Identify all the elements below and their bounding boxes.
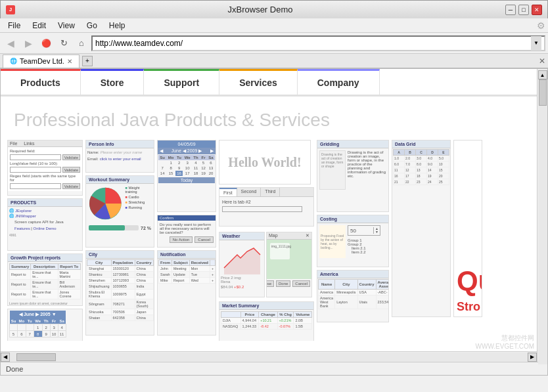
lc-w3-6[interactable]: 19 (200, 171, 207, 176)
online-demo-link[interactable]: Online Demo (34, 227, 57, 230)
map-cancel-button[interactable]: Cancel (292, 280, 310, 287)
next-month-btn[interactable]: ▶ (210, 148, 214, 154)
refresh-button[interactable]: ↻ (56, 35, 72, 51)
notif-2-btn[interactable]: + (210, 272, 216, 278)
tab-close-button[interactable]: ✕ (67, 58, 72, 65)
today-button[interactable]: Today (158, 177, 215, 183)
notif-3-date: Wed (189, 278, 210, 284)
regex-field[interactable] (10, 183, 61, 189)
notif-3-btn[interactable]: + (210, 278, 216, 284)
h-scrollbar-thumb[interactable] (16, 353, 56, 361)
file-menu-body: Required field: Validate LongValue field… (8, 147, 82, 191)
minimize-button[interactable]: ─ (505, 5, 516, 15)
menu-go[interactable]: Go (81, 20, 103, 32)
validate-btn-1[interactable]: Validate (62, 154, 80, 160)
cal-d4[interactable]: 1 (34, 324, 42, 331)
close-browser-tab-x[interactable]: ✕ (539, 56, 545, 66)
home-button[interactable]: ⌂ (74, 35, 89, 51)
scroll-left-button[interactable]: ◀ (1, 353, 10, 362)
cal-d9[interactable]: 6 (18, 331, 26, 338)
lc-w2-7[interactable]: 13 (207, 165, 215, 171)
map-done-button[interactable]: Done (276, 280, 290, 287)
dropdown-field-1[interactable] (10, 154, 61, 160)
menu-help[interactable]: Help (104, 20, 131, 32)
hero-text: Professional Java Products & Services (1, 97, 537, 137)
longvalue-field[interactable] (10, 167, 61, 173)
workout-progress: 72 % (86, 224, 154, 232)
lc-w3-7[interactable]: 20 (207, 171, 215, 176)
nav-store[interactable]: Store (81, 69, 145, 95)
menu-edit[interactable]: Edit (27, 20, 51, 32)
cal-d11[interactable]: 8 (34, 331, 42, 338)
lc-w1-1[interactable] (158, 160, 166, 165)
cal-d10[interactable]: 7 (26, 331, 34, 338)
lc-w1-6[interactable]: 5 (200, 160, 207, 165)
costing-controls: 50 ▲ ▼ Group 1 Group 2 Item (348, 225, 386, 258)
nav-products[interactable]: Products (1, 69, 81, 95)
lc-w2-6[interactable]: 12 (200, 165, 207, 171)
close-button[interactable]: ✕ (532, 5, 542, 15)
cal-d7[interactable]: 4 (58, 324, 66, 331)
spinner-down[interactable]: ▼ (374, 230, 380, 234)
cal-d13[interactable]: 10 (50, 331, 58, 338)
lc-w3-2[interactable]: 15 (166, 171, 175, 176)
city-2-pop: 12730981 (111, 272, 135, 278)
lc-w2-4[interactable]: 10 (183, 165, 192, 171)
quantity-spinner[interactable]: 50 ▲ ▼ (348, 225, 380, 236)
cal-d3[interactable] (26, 324, 34, 331)
cal-d5[interactable]: 2 (42, 324, 50, 331)
lc-w2-1[interactable]: 7 (158, 165, 166, 171)
refresh-icon: ↻ (60, 38, 68, 48)
lc-w1-5[interactable]: 4 (192, 160, 200, 165)
lc-w3-4[interactable]: 17 (183, 171, 192, 176)
features-link[interactable]: Features (14, 227, 30, 230)
cal-d6[interactable]: 3 (50, 324, 58, 331)
cal-d2[interactable] (18, 324, 26, 331)
validate-btn-2[interactable]: Validate (62, 167, 80, 173)
tab-third[interactable]: Third (261, 188, 280, 196)
address-input[interactable] (95, 39, 531, 48)
email-link[interactable]: click to enter your email (100, 156, 141, 162)
dialog-ok-btn[interactable]: No Action (170, 236, 193, 243)
stop-button[interactable]: 🔴 (38, 35, 54, 51)
lc-w1-3[interactable]: 2 (175, 160, 183, 165)
nav-services[interactable]: Services (219, 69, 298, 95)
v-scrollbar-thumb[interactable] (539, 79, 547, 106)
lc-w2-2[interactable]: 8 (166, 165, 175, 171)
tab-input[interactable] (222, 206, 302, 212)
prev-month-btn[interactable]: ◀ (160, 148, 163, 154)
cal-d8[interactable]: 5 (10, 331, 18, 338)
tab-second[interactable]: Second (237, 188, 262, 196)
lc-w2-3[interactable]: 9 (175, 165, 183, 171)
dialog-cancel-btn[interactable]: Cancel (194, 236, 214, 243)
cal-d12[interactable]: 9 (42, 331, 50, 338)
mkt-row-1: DJIA 4,944.04 +10.21 +0.21% 2.0B (221, 318, 312, 324)
lc-w3-1[interactable]: 14 (158, 171, 166, 176)
tab-first[interactable]: First (219, 188, 237, 196)
notif-1-btn[interactable]: + (210, 266, 216, 272)
lc-w3-5[interactable]: 18 (192, 171, 200, 176)
nav-support[interactable]: Support (144, 69, 219, 95)
lc-w2-5[interactable]: 11 (192, 165, 200, 171)
new-tab-button[interactable]: + (82, 56, 93, 66)
lc-w1-2[interactable]: 1 (166, 160, 175, 165)
back-button[interactable]: ◀ (3, 35, 18, 51)
menu-view[interactable]: View (53, 20, 80, 32)
lc-w1-7[interactable]: 6 (207, 160, 215, 165)
map-close-btn[interactable]: ✕ (306, 233, 309, 238)
scroll-right-button[interactable]: ▶ (528, 353, 537, 362)
nav-company[interactable]: Company (298, 69, 380, 95)
menu-file[interactable]: File (3, 20, 26, 32)
cal-d14[interactable]: 11 (58, 331, 66, 338)
spinner-container: 50 ▲ ▼ (348, 225, 386, 236)
cal-d1[interactable] (10, 324, 18, 331)
lc-w1-4[interactable]: 3 (183, 160, 192, 165)
address-dropdown-button[interactable]: ▼ (531, 36, 541, 51)
maximize-button[interactable]: □ (518, 5, 529, 15)
validate-btn-3[interactable]: Validate (62, 183, 80, 189)
scroll-up-button[interactable]: ▲ (538, 70, 547, 79)
browser-tab[interactable]: 🌐 TeamDev Ltd. ✕ (3, 54, 80, 68)
forward-button[interactable]: ▶ (20, 35, 36, 51)
lc-today[interactable]: 16 (175, 171, 183, 176)
map-close-button[interactable]: Close (266, 280, 274, 287)
